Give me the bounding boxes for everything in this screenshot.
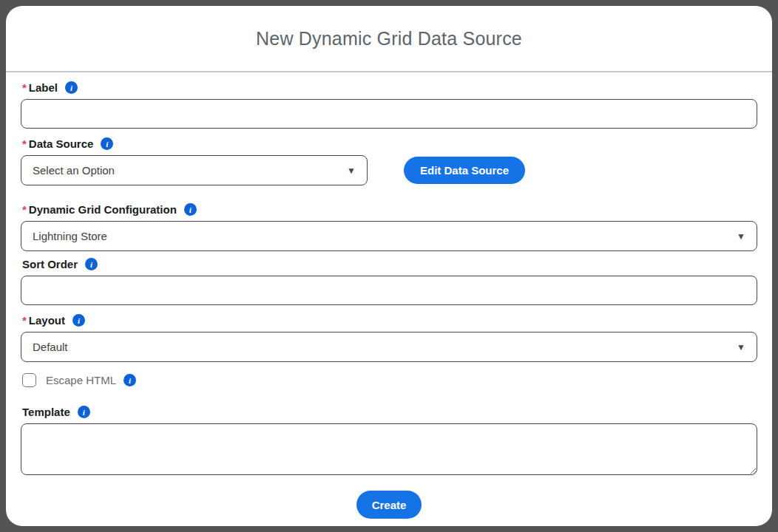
escape-html-info-icon[interactable]: i <box>124 374 136 386</box>
label-field-label-row: * Label i <box>22 81 757 94</box>
data-source-field-label: Data Source <box>29 137 94 150</box>
create-button[interactable]: Create <box>356 491 422 519</box>
layout-field-group: * Layout i Default ▼ <box>21 314 757 362</box>
sort-order-field-label: Sort Order <box>22 258 78 270</box>
chevron-down-icon: ▼ <box>347 166 356 175</box>
data-source-info-icon[interactable]: i <box>101 137 113 150</box>
escape-html-row: Escape HTML i <box>22 373 757 387</box>
layout-field-label-row: * Layout i <box>22 314 757 327</box>
grid-config-field-label-row: * Dynamic Grid Configuration i <box>22 203 757 216</box>
new-dynamic-grid-data-source-modal: New Dynamic Grid Data Source * Label i *… <box>6 6 772 526</box>
sort-order-input[interactable] <box>21 276 757 305</box>
data-source-select[interactable]: Select an Option ▼ <box>21 155 368 185</box>
label-field-label: Label <box>29 81 58 94</box>
grid-config-field-group: * Dynamic Grid Configuration i Lightning… <box>21 203 757 251</box>
required-asterisk: * <box>22 81 27 94</box>
label-info-icon[interactable]: i <box>65 81 78 94</box>
required-asterisk: * <box>22 314 27 327</box>
edit-data-source-button[interactable]: Edit Data Source <box>404 157 525 184</box>
grid-config-select[interactable]: Lightning Store ▼ <box>21 221 757 251</box>
template-textarea[interactable] <box>21 423 757 475</box>
template-field-label-row: Template i <box>22 406 757 418</box>
label-input[interactable] <box>21 99 757 129</box>
modal-body: * Label i * Data Source i Select an Opti… <box>6 72 772 519</box>
chevron-down-icon: ▼ <box>737 343 745 352</box>
escape-html-label: Escape HTML <box>46 374 116 386</box>
template-info-icon[interactable]: i <box>78 406 90 418</box>
grid-config-field-label: Dynamic Grid Configuration <box>29 203 177 216</box>
required-asterisk: * <box>22 203 27 216</box>
template-field-group: Template i <box>21 406 757 478</box>
layout-field-label: Layout <box>29 314 65 327</box>
data-source-row: Select an Option ▼ Edit Data Source <box>21 155 757 185</box>
required-asterisk: * <box>22 137 27 150</box>
chevron-down-icon: ▼ <box>737 232 745 241</box>
data-source-select-value: Select an Option <box>33 164 115 177</box>
escape-html-checkbox[interactable] <box>22 373 36 387</box>
data-source-field-group: * Data Source i Select an Option ▼ Edit … <box>21 137 757 185</box>
layout-info-icon[interactable]: i <box>72 314 85 327</box>
grid-config-info-icon[interactable]: i <box>184 203 197 216</box>
grid-config-select-value: Lightning Store <box>33 230 107 242</box>
sort-order-info-icon[interactable]: i <box>85 258 98 270</box>
layout-select-value: Default <box>33 341 68 353</box>
template-field-label: Template <box>22 406 70 418</box>
sort-order-field-label-row: Sort Order i <box>22 258 757 270</box>
page-title: New Dynamic Grid Data Source <box>256 28 522 50</box>
sort-order-field-group: Sort Order i <box>21 258 757 305</box>
modal-header: New Dynamic Grid Data Source <box>6 6 772 72</box>
data-source-field-label-row: * Data Source i <box>22 137 757 150</box>
layout-select[interactable]: Default ▼ <box>21 332 757 362</box>
label-field-group: * Label i <box>21 81 757 129</box>
